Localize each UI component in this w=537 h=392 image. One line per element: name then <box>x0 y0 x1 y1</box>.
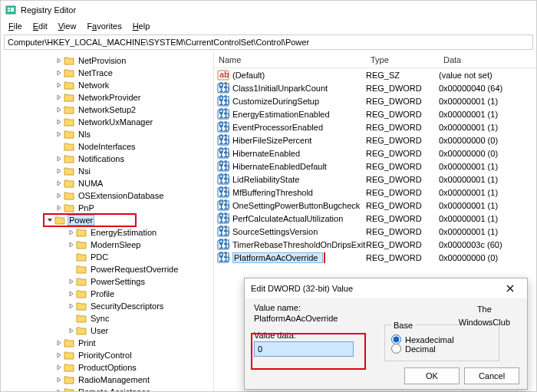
chevron-right-icon[interactable] <box>67 291 76 297</box>
tree-item[interactable]: PDC <box>8 251 213 263</box>
value-row[interactable]: 011110HiberFileSizePercentREG_DWORD0x000… <box>214 133 536 147</box>
tree-item[interactable]: ModernSleep <box>8 239 213 251</box>
tree-item[interactable]: NetworkSetup2 <box>8 104 213 116</box>
tree-item[interactable]: NetworkUxManager <box>8 116 213 128</box>
tree-item[interactable]: PowerSettings <box>8 275 213 288</box>
value-row[interactable]: 011110TimerRebaseThresholdOnDripsExitREG… <box>214 238 536 251</box>
tree-item[interactable]: NodeInterfaces <box>8 140 213 153</box>
value-type: REG_DWORD <box>366 240 439 249</box>
tree-item[interactable]: NetProvision <box>8 54 213 67</box>
tree-item[interactable]: PnP <box>8 202 213 214</box>
tree-item[interactable]: Network <box>8 79 213 91</box>
col-data[interactable]: Data <box>439 55 536 64</box>
chevron-right-icon[interactable] <box>54 131 64 137</box>
tree-item[interactable]: Nls <box>8 128 213 140</box>
svg-rect-2 <box>8 10 10 12</box>
value-row[interactable]: 011110Class1InitialUnparkCountREG_DWORD0… <box>214 81 536 94</box>
value-row[interactable]: 011110OneSettingPowerButtonBugcheckREG_D… <box>214 199 536 212</box>
value-type: REG_DWORD <box>366 201 439 210</box>
value-row[interactable]: 011110PerfCalculateActualUtilizationREG_… <box>214 212 536 225</box>
value-row[interactable]: 011110EventProcessorEnabledREG_DWORD0x00… <box>214 120 536 133</box>
value-row[interactable]: 011110HibernateEnabledREG_DWORD0x0000000… <box>214 147 536 160</box>
menu-favorites[interactable]: Favorites <box>82 21 126 31</box>
chevron-right-icon[interactable] <box>54 156 64 162</box>
value-type: REG_DWORD <box>366 123 439 132</box>
tree-item[interactable]: Remote Assistance <box>8 386 213 391</box>
value-row[interactable]: 011110EnergyEstimationEnabledREG_DWORD0x… <box>214 107 536 120</box>
menu-edit[interactable]: Edit <box>28 21 52 31</box>
chevron-right-icon[interactable] <box>54 82 64 88</box>
cancel-button[interactable]: Cancel <box>464 367 519 384</box>
tree-item[interactable]: User <box>8 324 213 337</box>
folder-icon <box>64 81 74 90</box>
folder-icon <box>76 252 87 262</box>
tree-item[interactable]: Sync <box>8 312 213 324</box>
value-row[interactable]: ab(Default)REG_SZ(value not set) <box>214 68 536 81</box>
chevron-right-icon[interactable] <box>54 70 64 76</box>
chevron-right-icon[interactable] <box>54 389 64 391</box>
value-row[interactable]: 011110LidReliabilityStateREG_DWORD0x0000… <box>214 173 536 186</box>
chevron-right-icon[interactable] <box>54 205 64 211</box>
tree-item[interactable]: Nsi <box>8 165 213 177</box>
value-row[interactable]: 011110SourceSettingsVersionREG_DWORD0x00… <box>214 225 536 238</box>
tree-item[interactable]: RadioManagement <box>8 374 213 386</box>
tree-item[interactable]: Print <box>8 337 213 349</box>
chevron-right-icon[interactable] <box>54 193 64 199</box>
tree-label: Notifications <box>77 154 126 163</box>
tree-item[interactable]: OSExtensionDatabase <box>8 189 213 202</box>
chevron-right-icon[interactable] <box>67 229 76 236</box>
address-bar[interactable]: Computer\HKEY_LOCAL_MACHINE\SYSTEM\Curre… <box>4 35 533 50</box>
chevron-down-icon[interactable] <box>45 217 54 223</box>
value-row[interactable]: 011110CustomizeDuringSetupREG_DWORD0x000… <box>214 94 536 107</box>
value-name: HibernateEnabled <box>232 149 366 158</box>
chevron-right-icon[interactable] <box>67 328 76 334</box>
titlebar: Registry Editor <box>1 1 536 19</box>
tree-label: NetworkUxManager <box>77 117 154 127</box>
value-name: EventProcessorEnabled <box>232 123 366 132</box>
chevron-right-icon[interactable] <box>54 119 64 125</box>
chevron-right-icon[interactable] <box>54 364 64 371</box>
chevron-right-icon[interactable] <box>54 352 64 358</box>
tree-pane[interactable]: NetProvisionNetTraceNetworkNetworkProvid… <box>1 51 214 391</box>
ok-button[interactable]: OK <box>404 367 460 384</box>
binary-value-icon: 011110 <box>217 199 229 212</box>
tree-item[interactable]: NetworkProvider <box>8 91 213 104</box>
binary-value-icon: 011110 <box>217 108 229 120</box>
tree-item[interactable]: Notifications <box>8 153 213 165</box>
chevron-right-icon[interactable] <box>54 107 64 113</box>
chevron-right-icon[interactable] <box>54 180 64 186</box>
menu-file[interactable]: File <box>4 21 27 31</box>
chevron-right-icon[interactable] <box>67 303 76 309</box>
value-row[interactable]: 011110MfBufferingThresholdREG_DWORD0x000… <box>214 186 536 199</box>
tree-item[interactable]: Profile <box>8 288 213 300</box>
chevron-right-icon[interactable] <box>54 58 64 64</box>
tree-item[interactable]: SecurityDescriptors <box>8 300 213 312</box>
chevron-right-icon[interactable] <box>54 94 64 100</box>
tree-item[interactable]: NetTrace <box>8 67 213 79</box>
chevron-right-icon[interactable] <box>54 168 64 174</box>
folder-icon <box>64 68 74 77</box>
chevron-right-icon[interactable] <box>54 377 64 383</box>
menu-help[interactable]: Help <box>128 21 155 31</box>
close-icon[interactable] <box>499 281 521 296</box>
chevron-right-icon[interactable] <box>67 278 76 285</box>
tree-item[interactable]: ProductOptions <box>8 361 213 374</box>
chevron-right-icon[interactable] <box>54 340 64 346</box>
column-headers[interactable]: Name Type Data <box>214 51 536 68</box>
value-row[interactable]: 011110HibernateEnabledDefaultREG_DWORD0x… <box>214 160 536 173</box>
value-name: TimerRebaseThresholdOnDripsExit <box>232 240 366 249</box>
tree-item[interactable]: PowerRequestOverride <box>8 263 213 275</box>
tree-item[interactable]: NUMA <box>8 177 213 189</box>
value-data-input[interactable] <box>254 341 354 357</box>
tree-item[interactable]: PriorityControl <box>8 349 213 361</box>
value-row[interactable]: 011110PlatformAoAcOverrideREG_DWORD0x000… <box>214 251 536 264</box>
chevron-right-icon[interactable] <box>67 242 76 248</box>
tree-item[interactable]: EnergyEstimation <box>8 226 213 239</box>
menu-view[interactable]: View <box>54 21 81 31</box>
col-type[interactable]: Type <box>366 55 439 64</box>
col-name[interactable]: Name <box>214 55 366 64</box>
tree-item[interactable]: Power <box>44 214 136 226</box>
binary-value-icon: 011110 <box>217 95 229 107</box>
value-name: EnergyEstimationEnabled <box>232 110 366 119</box>
radio-dec[interactable]: Decimal <box>391 344 493 354</box>
